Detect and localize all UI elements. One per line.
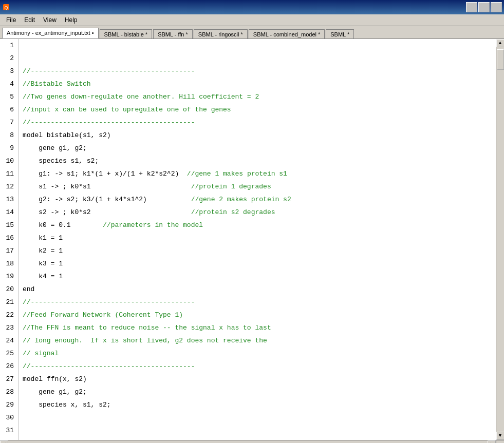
line-number-6: 6 [4,103,14,116]
code-text: s2 -> ; k0*s2 [23,208,191,216]
line-number-4: 4 [4,78,14,90]
line-number-8: 8 [4,129,14,142]
code-line-2: //Bistable Switch [21,78,494,90]
tabbar: Antimony - ex_antimony_input.txt •SBML -… [0,26,504,39]
code-line-10: g1: -> s1; k1*(1 + x)/(1 + k2*s2^2) //ge… [21,167,494,180]
line-number-7: 7 [4,116,14,129]
menu-item-file[interactable]: File [2,15,20,25]
line-number-25: 25 [4,347,14,360]
code-line-22: //--------------------------------------… [21,296,494,309]
code-text: s1 -> ; k0*s1 [23,183,191,190]
scroll-track[interactable] [496,47,504,432]
line-number-13: 13 [4,193,14,206]
horizontal-track[interactable] [8,440,488,443]
line-number-31: 31 [4,424,14,437]
code-line-23: //Feed Forward Network (Coherent Type 1) [21,309,494,321]
menu-item-view[interactable]: View [39,15,61,25]
line-number-2: 2 [4,52,14,65]
code-text: g2: -> s2; k3/(1 + k4*s1^2) [23,196,191,203]
line-number-11: 11 [4,167,14,180]
tab-3[interactable]: SBML - ringoscil * [194,29,248,39]
line-number-16: 16 [4,232,14,244]
line-number-12: 12 [4,180,14,193]
window-controls [466,2,504,12]
tab-1[interactable]: SBML - bistable * [100,29,153,39]
line-number-15: 15 [4,219,14,232]
code-comment: //gene 2 makes protein s2 [191,196,291,203]
code-line-12: g2: -> s2; k3/(1 + k4*s1^2) //gene 2 mak… [21,193,494,206]
code-line-11: s1 -> ; k0*s1 //protein 1 degrades [21,180,494,193]
line-number-23: 23 [4,321,14,334]
code-line-5: //--------------------------------------… [21,116,494,129]
scrollbar-corner [496,440,504,443]
scroll-right-button[interactable]: ► [488,440,496,444]
minimize-button[interactable] [466,2,477,12]
line-number-14: 14 [4,206,14,219]
code-area[interactable]: //--------------------------------------… [18,39,496,440]
bottom-area: ◄ ► [0,440,504,443]
close-button[interactable] [491,2,502,12]
code-line-8: gene g1, g2; [21,142,494,155]
line-number-3: 3 [4,65,14,78]
code-line-25: // long enough. If x is short lived, g2 … [21,334,494,347]
line-number-28: 28 [4,386,14,398]
code-comment: //gene 1 makes protein s1 [187,170,287,178]
code-line-9: species s1, s2; [21,155,494,167]
code-line-1: //--------------------------------------… [21,65,494,78]
code-line-4: //input x can be used to upregulate one … [21,103,494,116]
code-text: g1: -> s1; k1*(1 + x)/(1 + k2*s2^2) [23,170,187,178]
line-number-19: 19 [4,270,14,283]
line-number-20: 20 [4,283,14,296]
code-line-27: //--------------------------------------… [21,360,494,373]
code-comment: //parameters in the model [103,221,203,229]
line-number-18: 18 [4,257,14,270]
code-line-20: end [21,283,494,296]
code-comment: //protein 1 degrades [191,183,271,190]
titlebar: Q [0,0,504,14]
code-text: k0 = 0.1 [23,221,103,229]
code-line-24: //The FFN is meant to reduce noise -- th… [21,321,494,334]
line-numbers: 1234567891011121314151617181920212223242… [0,39,18,440]
code-line-17: k2 = 1 [21,244,494,257]
code-line-16: k1 = 1 [21,232,494,244]
code-line-15: k0 = 0.1 //parameters in the model [21,219,494,232]
editor-container: 1234567891011121314151617181920212223242… [0,39,504,440]
code-comment: //protein s2 degrades [191,208,275,216]
maximize-button[interactable] [478,2,490,12]
line-number-30: 30 [4,411,14,424]
scroll-left-button[interactable]: ◄ [0,440,8,444]
line-number-22: 22 [4,309,14,321]
menu-item-edit[interactable]: Edit [20,15,39,25]
tab-4[interactable]: SBML - combined_model * [249,29,325,39]
code-line-19: k4 = 1 [21,270,494,283]
tab-0[interactable]: Antimony - ex_antimony_input.txt • [2,28,99,38]
menubar: FileEditViewHelp [0,14,504,26]
code-line-3: //Two genes down-regulate one another. H… [21,90,494,103]
tab-2[interactable]: SBML - ffn * [153,29,193,39]
code-line-7: model bistable(s1, s2) [21,129,494,142]
code-line-30: species x, s1, s2; [21,398,494,411]
code-line-13: s2 -> ; k0*s2 //protein s2 degrades [21,206,494,219]
code-line-29: gene g1, g2; [21,386,494,398]
tab-5[interactable]: SBML * [326,29,354,39]
line-number-17: 17 [4,244,14,257]
line-number-21: 21 [4,296,14,309]
code-line-18: k3 = 1 [21,257,494,270]
app-icon: Q [2,3,10,11]
menu-item-help[interactable]: Help [61,15,82,25]
code-line-28: model ffn(x, s2) [21,373,494,386]
vertical-scrollbar[interactable]: ▲ ▼ [496,39,504,440]
line-number-29: 29 [4,398,14,411]
line-number-1: 1 [4,39,14,52]
line-number-26: 26 [4,360,14,373]
svg-text:Q: Q [4,5,8,10]
line-number-24: 24 [4,334,14,347]
scroll-up-button[interactable]: ▲ [496,39,505,47]
scroll-thumb[interactable] [497,49,504,70]
horizontal-scrollbar[interactable]: ◄ ► [0,440,496,443]
line-number-9: 9 [4,142,14,155]
line-number-10: 10 [4,155,14,167]
code-line-26: // signal [21,347,494,360]
scroll-down-button[interactable]: ▼ [496,432,505,440]
line-number-5: 5 [4,90,14,103]
